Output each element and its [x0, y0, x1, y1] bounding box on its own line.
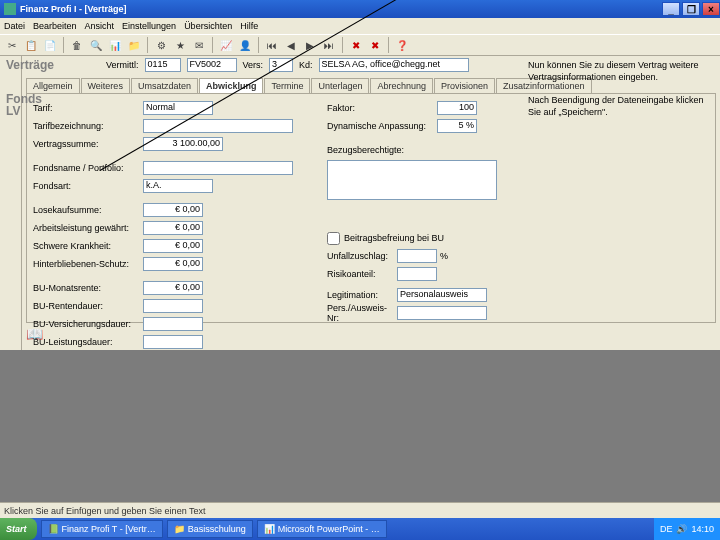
- menu-datei[interactable]: Datei: [4, 21, 25, 31]
- menu-bearbeiten[interactable]: Bearbeiten: [33, 21, 77, 31]
- toolbar-icon[interactable]: ❓: [394, 37, 410, 53]
- losekaufsumme-input[interactable]: € 0,00: [143, 203, 203, 217]
- taskbar-item[interactable]: 📗Finanz Profi T - [Vertr…: [41, 520, 163, 538]
- window-title: Finanz Profi I - [Verträge]: [20, 4, 127, 14]
- tab-termine[interactable]: Termine: [264, 78, 310, 93]
- tarif-dropdown[interactable]: Normal: [143, 101, 213, 115]
- toolbar-icon[interactable]: ✂: [4, 37, 20, 53]
- beitrag-checkbox[interactable]: [327, 232, 340, 245]
- toolbar-icon[interactable]: ✉: [191, 37, 207, 53]
- clock: 14:10: [691, 524, 714, 534]
- vers-label: Vers:: [243, 60, 264, 70]
- toolbar-icon[interactable]: ★: [172, 37, 188, 53]
- bezugs-textarea[interactable]: [327, 160, 497, 200]
- tab-abrechnung[interactable]: Abrechnung: [370, 78, 433, 93]
- bu-leistung-input[interactable]: [143, 335, 203, 349]
- bu-vers-input[interactable]: [143, 317, 203, 331]
- app-icon: [4, 3, 16, 15]
- bezugs-label: Bezugsberechtigte:: [327, 145, 437, 155]
- taskbar-item[interactable]: 📁Basisschulung: [167, 520, 253, 538]
- nav-prev-icon[interactable]: ◀: [283, 37, 299, 53]
- toolbar-icon[interactable]: 📊: [107, 37, 123, 53]
- status-text: Klicken Sie auf Einfügen und geben Sie e…: [4, 506, 205, 516]
- toolbar-icon[interactable]: 📄: [42, 37, 58, 53]
- menu-ansicht[interactable]: Ansicht: [85, 21, 115, 31]
- tab-provisionen[interactable]: Provisionen: [434, 78, 495, 93]
- toolbar-icon[interactable]: ✖: [367, 37, 383, 53]
- unfall-unit: %: [440, 251, 448, 261]
- kd-field[interactable]: SELSA AG, office@chegg.net: [319, 58, 469, 72]
- risiko-label: Risikoanteil:: [327, 269, 397, 279]
- tarif-label: Tarif:: [33, 103, 143, 113]
- taskbar: Start 📗Finanz Profi T - [Vertr… 📁Basissc…: [0, 518, 720, 540]
- arbeitsleistung-input[interactable]: € 0,00: [143, 221, 203, 235]
- close-button[interactable]: ×: [702, 2, 720, 16]
- hinterbliebenen-label: Hinterbliebenen-Schutz:: [33, 259, 143, 269]
- toolbar-icon[interactable]: 📋: [23, 37, 39, 53]
- unfall-label: Unfallzuschlag:: [327, 251, 397, 261]
- product-field[interactable]: FV5002: [187, 58, 237, 72]
- toolbar-icon[interactable]: 🔍: [88, 37, 104, 53]
- bu-renten-input[interactable]: [143, 299, 203, 313]
- taskbar-item[interactable]: 📊Microsoft PowerPoint - …: [257, 520, 387, 538]
- minimize-button[interactable]: _: [662, 2, 680, 16]
- lv-label: LV: [6, 104, 20, 118]
- faktor-label: Faktor:: [327, 103, 437, 113]
- tab-weiteres[interactable]: Weiteres: [81, 78, 130, 93]
- tarifbez-label: Tarifbezeichnung:: [33, 121, 143, 131]
- kd-label: Kd:: [299, 60, 313, 70]
- fondsname-input[interactable]: [143, 161, 293, 175]
- losekaufsumme-label: Losekaufsumme:: [33, 205, 143, 215]
- tab-allgemein[interactable]: Allgemein: [26, 78, 80, 93]
- bu-leistung-label: BU-Leistungsdauer:: [33, 337, 143, 347]
- book-icon[interactable]: 📖: [26, 326, 44, 342]
- schwere-input[interactable]: € 0,00: [143, 239, 203, 253]
- vermittler-label: Vermittl:: [106, 60, 139, 70]
- schwere-label: Schwere Krankheit:: [33, 241, 143, 251]
- beitrag-label: Beitragsbefreiung bei BU: [344, 233, 444, 243]
- hinterbliebenen-input[interactable]: € 0,00: [143, 257, 203, 271]
- bu-monatsrente-input[interactable]: € 0,00: [143, 281, 203, 295]
- start-button[interactable]: Start: [0, 518, 37, 540]
- menu-einstellungen[interactable]: Einstellungen: [122, 21, 176, 31]
- dyn-input[interactable]: 5 %: [437, 119, 477, 133]
- instruction-1: Nun können Sie zu diesem Vertrag weitere…: [528, 60, 712, 83]
- lang-indicator[interactable]: DE: [660, 524, 673, 534]
- title-bar: Finanz Profi I - [Verträge] _ ❐ ×: [0, 0, 720, 18]
- tray-icon[interactable]: 🔊: [676, 524, 687, 534]
- menu-hilfe[interactable]: Hilfe: [240, 21, 258, 31]
- risiko-input[interactable]: [397, 267, 437, 281]
- tab-unterlagen[interactable]: Unterlagen: [311, 78, 369, 93]
- bu-renten-label: BU-Rentendauer:: [33, 301, 143, 311]
- legit-dropdown[interactable]: Personalausweis: [397, 288, 487, 302]
- unfall-input[interactable]: [397, 249, 437, 263]
- faktor-input[interactable]: 100: [437, 101, 477, 115]
- status-bar: Klicken Sie auf Einfügen und geben Sie e…: [0, 502, 720, 518]
- fondsname-label: Fondsname / Portfolio:: [33, 163, 143, 173]
- toolbar-icon[interactable]: ✖: [348, 37, 364, 53]
- toolbar-icon[interactable]: 🗑: [69, 37, 85, 53]
- bu-vers-label: BU-Versicherungsdauer:: [33, 319, 143, 329]
- pers-input[interactable]: [397, 306, 487, 320]
- toolbar: ✂ 📋 📄 🗑 🔍 📊 📁 ⚙ ★ ✉ 📈 👤 ⏮ ◀ ▶ ⏭ ✖ ✖ ❓: [0, 34, 720, 56]
- bu-monatsrente-label: BU-Monatsrente:: [33, 283, 143, 293]
- tab-umsatzdaten[interactable]: Umsatzdaten: [131, 78, 198, 93]
- instruction-2: Nach Beendigung der Dateneingabe klicken…: [528, 95, 712, 118]
- maximize-button[interactable]: ❐: [682, 2, 700, 16]
- vermittler-field[interactable]: 0115: [145, 58, 181, 72]
- toolbar-icon[interactable]: ⚙: [153, 37, 169, 53]
- legit-label: Legitimation:: [327, 290, 397, 300]
- fondsart-dropdown[interactable]: k.A.: [143, 179, 213, 193]
- arbeitsleistung-label: Arbeitsleistung gewährt:: [33, 223, 143, 233]
- dyn-label: Dynamische Anpassung:: [327, 121, 437, 131]
- vertragssumme-label: Vertragssumme:: [33, 139, 143, 149]
- toolbar-icon[interactable]: 📈: [218, 37, 234, 53]
- menu-uebersichten[interactable]: Übersichten: [184, 21, 232, 31]
- nav-first-icon[interactable]: ⏮: [264, 37, 280, 53]
- system-tray[interactable]: DE 🔊 14:10: [654, 518, 720, 540]
- empty-area: [0, 370, 720, 500]
- toolbar-icon[interactable]: 📁: [126, 37, 142, 53]
- fondsart-label: Fondsart:: [33, 181, 143, 191]
- pers-label: Pers./Ausweis-Nr:: [327, 303, 397, 323]
- toolbar-icon[interactable]: 👤: [237, 37, 253, 53]
